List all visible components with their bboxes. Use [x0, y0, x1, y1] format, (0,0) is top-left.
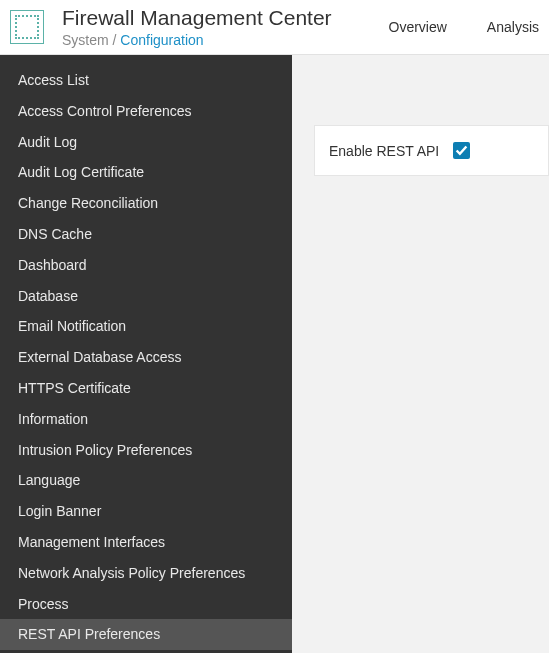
sidebar-item[interactable]: Access List	[0, 65, 292, 96]
sidebar-item[interactable]: Management Interfaces	[0, 527, 292, 558]
main-content: Enable REST API	[292, 55, 549, 653]
sidebar-item[interactable]: DNS Cache	[0, 219, 292, 250]
checkmark-icon	[455, 144, 468, 157]
breadcrumb-root: System	[62, 32, 109, 48]
nav-tab-overview[interactable]: Overview	[389, 19, 447, 35]
sidebar-item[interactable]: Intrusion Policy Preferences	[0, 435, 292, 466]
sidebar-item[interactable]: Change Reconciliation	[0, 188, 292, 219]
sidebar-item[interactable]: Information	[0, 404, 292, 435]
sidebar-item[interactable]: Language	[0, 465, 292, 496]
sidebar-item[interactable]: Audit Log	[0, 127, 292, 158]
app-title: Firewall Management Center	[62, 5, 332, 30]
app-logo-icon	[10, 10, 44, 44]
breadcrumb-sep: /	[109, 32, 121, 48]
sidebar-item[interactable]: Process	[0, 589, 292, 620]
sidebar-item[interactable]: External Database Access	[0, 342, 292, 373]
sidebar-item[interactable]: Login Banner	[0, 496, 292, 527]
app-header: Firewall Management Center System / Conf…	[0, 0, 549, 55]
sidebar-item[interactable]: Access Control Preferences	[0, 96, 292, 127]
body: Access ListAccess Control PreferencesAud…	[0, 55, 549, 653]
breadcrumb-current[interactable]: Configuration	[120, 32, 203, 48]
rest-api-panel: Enable REST API	[314, 125, 549, 176]
sidebar-item[interactable]: REST API Preferences	[0, 619, 292, 650]
sidebar-item[interactable]: HTTPS Certificate	[0, 373, 292, 404]
sidebar: Access ListAccess Control PreferencesAud…	[0, 55, 292, 653]
sidebar-item[interactable]: Dashboard	[0, 250, 292, 281]
title-block: Firewall Management Center System / Conf…	[62, 5, 332, 49]
enable-rest-api-label: Enable REST API	[329, 143, 439, 159]
sidebar-item[interactable]: Database	[0, 281, 292, 312]
sidebar-item[interactable]: Audit Log Certificate	[0, 157, 292, 188]
sidebar-item[interactable]: Email Notification	[0, 311, 292, 342]
nav-tabs: Overview Analysis	[389, 19, 550, 35]
breadcrumb: System / Configuration	[62, 32, 332, 49]
nav-tab-analysis[interactable]: Analysis	[487, 19, 539, 35]
enable-rest-api-checkbox[interactable]	[453, 142, 470, 159]
sidebar-item[interactable]: Network Analysis Policy Preferences	[0, 558, 292, 589]
